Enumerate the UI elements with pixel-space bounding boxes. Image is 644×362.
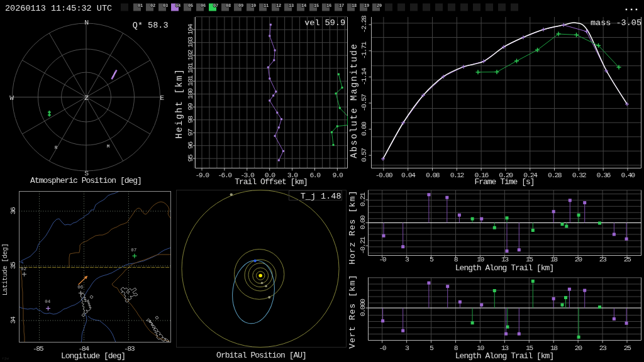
svg-text:99: 99 [186, 102, 194, 110]
svg-text:Atmospheric Position [deg]: Atmospheric Position [deg] [30, 176, 142, 185]
svg-text:02: 02 [150, 3, 155, 8]
svg-text:104: 104 [186, 24, 194, 35]
svg-text:Absolute Magnitude: Absolute Magnitude [349, 43, 359, 158]
svg-text:0.36: 0.36 [597, 171, 611, 179]
svg-text:06: 06 [77, 285, 84, 290]
svg-text:20: 20 [575, 255, 582, 263]
svg-text:mass -3.05: mass -3.05 [591, 18, 641, 28]
svg-text:02: 02 [21, 266, 26, 272]
svg-text:03: 03 [163, 3, 168, 8]
svg-text:Length Along Trail [km]: Length Along Trail [km] [455, 351, 553, 361]
svg-text:10: 10 [251, 3, 256, 8]
svg-text:-0.21: -0.21 [358, 236, 367, 254]
svg-text:0.12: 0.12 [450, 171, 465, 179]
svg-text:-6.0: -6.0 [218, 171, 232, 179]
svg-text:25: 25 [624, 255, 631, 263]
svg-text:100: 100 [186, 88, 194, 99]
svg-text:6.0: 6.0 [310, 171, 321, 179]
svg-text:16: 16 [326, 3, 331, 8]
svg-text:04: 04 [175, 3, 180, 8]
svg-text:13: 13 [501, 255, 509, 263]
svg-text:23: 23 [599, 255, 607, 263]
svg-text:Orbital Position [AU]: Orbital Position [AU] [216, 351, 306, 360]
svg-text:-0: -0 [379, 344, 386, 352]
svg-text:04: 04 [45, 299, 51, 304]
svg-text:09: 09 [238, 3, 243, 8]
svg-text:102: 102 [186, 50, 194, 61]
svg-text:-85: -85 [33, 344, 44, 353]
svg-text:9.0: 9.0 [332, 171, 343, 179]
svg-text:rjw: rjw [2, 356, 9, 361]
svg-text:0.32: 0.32 [572, 171, 587, 179]
svg-text:-2.28: -2.28 [360, 15, 368, 33]
svg-text:101: 101 [186, 75, 194, 87]
svg-text:14: 14 [301, 3, 306, 8]
svg-text:23: 23 [599, 344, 607, 352]
svg-text:17: 17 [339, 3, 344, 8]
svg-text:10: 10 [477, 255, 484, 263]
svg-text:T_j 1.48: T_j 1.48 [301, 192, 341, 201]
svg-text:Q* 58.3: Q* 58.3 [133, 21, 169, 30]
svg-text:Height [km]: Height [km] [174, 68, 184, 138]
svg-text:0.00: 0.00 [358, 215, 367, 229]
svg-text:18: 18 [550, 255, 558, 263]
svg-text:15: 15 [314, 3, 319, 8]
svg-text:vel 59.9: vel 59.9 [304, 18, 345, 28]
svg-text:-83: -83 [124, 344, 135, 353]
svg-text:Vert Res [km]: Vert Res [km] [348, 274, 357, 348]
svg-text:M: M [107, 144, 109, 149]
svg-text:35: 35 [9, 261, 17, 269]
svg-text:97: 97 [186, 129, 194, 136]
svg-text:0.40: 0.40 [621, 171, 635, 179]
svg-text:-1.14: -1.14 [360, 67, 368, 85]
svg-text:Longitude [deg]: Longitude [deg] [61, 351, 125, 361]
svg-text:98: 98 [186, 116, 194, 123]
svg-text:-9.0: -9.0 [195, 171, 209, 179]
svg-text:Length Along Trail [km]: Length Along Trail [km] [455, 263, 553, 273]
svg-text:Horz Res [km]: Horz Res [km] [348, 190, 357, 264]
svg-text:0.57: 0.57 [360, 148, 368, 162]
svg-text:18: 18 [352, 3, 357, 8]
svg-text:25: 25 [624, 344, 631, 352]
svg-text:07: 07 [213, 3, 218, 8]
svg-text:0.000: 0.000 [358, 299, 367, 316]
svg-text:103: 103 [186, 36, 194, 48]
svg-text:12: 12 [276, 3, 281, 8]
svg-text:-1.71: -1.71 [360, 41, 368, 59]
svg-text:0.00: 0.00 [360, 121, 368, 136]
svg-text:11: 11 [264, 3, 269, 8]
svg-text:07: 07 [131, 248, 136, 253]
svg-text:Trail Offset [km]: Trail Offset [km] [235, 177, 308, 187]
svg-text:06: 06 [201, 3, 206, 8]
svg-text:-0.00: -0.00 [375, 171, 393, 179]
svg-text:20: 20 [377, 3, 382, 8]
svg-text:95: 95 [186, 154, 194, 162]
svg-text:20260113 11:45:32 UTC: 20260113 11:45:32 UTC [5, 4, 112, 13]
svg-text:101: 101 [186, 62, 194, 74]
svg-text:0.21: 0.21 [358, 192, 367, 207]
svg-text:05: 05 [188, 3, 193, 8]
svg-text:N: N [84, 18, 88, 26]
svg-text:34: 34 [9, 316, 17, 324]
svg-text:-0: -0 [379, 255, 386, 263]
svg-text:96: 96 [186, 141, 194, 149]
svg-text:Frame Time [s]: Frame Time [s] [474, 177, 534, 187]
svg-text:36: 36 [9, 207, 17, 214]
svg-text:19: 19 [364, 3, 369, 8]
svg-text:20: 20 [575, 344, 582, 352]
svg-text:0.28: 0.28 [548, 171, 562, 179]
svg-text:Latitude [deg]: Latitude [deg] [1, 244, 9, 296]
svg-text:01: 01 [138, 3, 143, 8]
svg-text:0.04: 0.04 [401, 171, 416, 179]
svg-text:15: 15 [526, 255, 533, 263]
svg-text:13: 13 [289, 3, 294, 8]
svg-text:08: 08 [226, 3, 231, 8]
svg-text:-0.57: -0.57 [360, 94, 368, 111]
svg-text:0.08: 0.08 [426, 171, 440, 179]
